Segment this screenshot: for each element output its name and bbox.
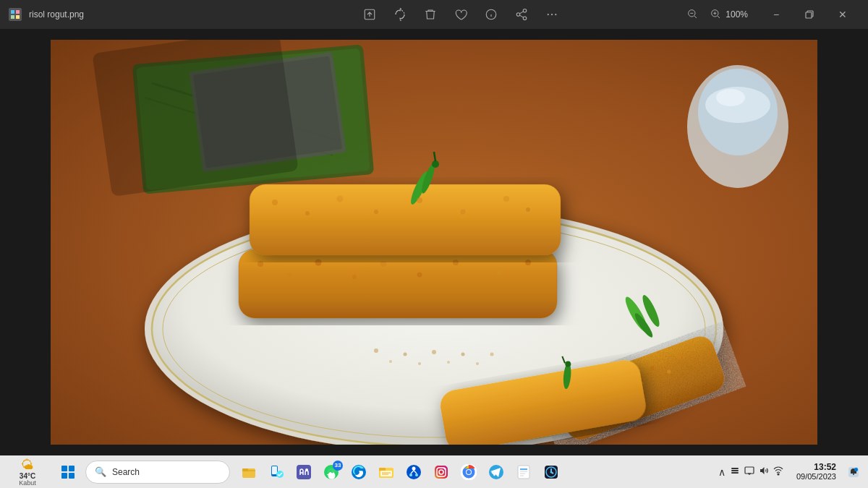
taskbar-app-instagram[interactable] xyxy=(428,459,454,485)
taskbar-app-phone-link[interactable] xyxy=(263,459,289,485)
app-icon xyxy=(9,8,22,21)
minimize-button[interactable]: − xyxy=(760,3,793,26)
svg-line-11 xyxy=(519,15,523,17)
whatsapp-badge: 33 xyxy=(333,461,343,471)
taskbar-app-teams[interactable] xyxy=(291,459,317,485)
taskbar-apps: 33 xyxy=(236,459,711,485)
export-icon[interactable] xyxy=(361,6,378,23)
svg-rect-23 xyxy=(806,12,812,18)
svg-point-73 xyxy=(272,200,278,205)
svg-point-76 xyxy=(374,210,378,214)
taskbar-app-klokki[interactable] xyxy=(538,459,564,485)
taskbar-app-chrome[interactable] xyxy=(456,459,482,485)
taskbar: 🌤 34°C Kabut 🔍 Search xyxy=(0,455,868,488)
svg-rect-124 xyxy=(518,466,529,479)
svg-point-111 xyxy=(409,474,412,476)
svg-point-74 xyxy=(305,211,310,215)
start-button[interactable] xyxy=(55,459,81,485)
taskbar-app-notepad[interactable] xyxy=(511,459,537,485)
svg-point-118 xyxy=(444,468,446,469)
svg-line-12 xyxy=(519,12,523,14)
svg-point-15 xyxy=(555,14,556,15)
svg-rect-56 xyxy=(239,249,557,318)
svg-point-59 xyxy=(287,273,292,277)
svg-point-79 xyxy=(503,196,509,202)
svg-rect-98 xyxy=(273,475,276,476)
zoom-in-icon[interactable] xyxy=(710,8,721,22)
taskbar-app-file-explorer[interactable] xyxy=(236,459,262,485)
svg-point-140 xyxy=(778,474,779,475)
svg-point-85 xyxy=(389,360,392,363)
svg-point-10 xyxy=(523,17,527,20)
svg-rect-106 xyxy=(380,471,392,476)
svg-point-110 xyxy=(412,466,416,470)
delete-icon[interactable] xyxy=(422,6,439,23)
search-bar[interactable]: 🔍 Search xyxy=(85,461,230,484)
svg-point-122 xyxy=(467,470,471,474)
tray-speaker-icon[interactable] xyxy=(759,466,769,478)
svg-point-64 xyxy=(453,260,459,265)
weather-desc: Kabut xyxy=(19,480,36,487)
tray-settings-icon[interactable] xyxy=(730,466,740,478)
svg-point-71 xyxy=(432,160,439,168)
taskbar-app-whatsapp[interactable]: 33 xyxy=(318,459,344,485)
photo-frame xyxy=(51,40,817,445)
svg-rect-97 xyxy=(272,466,277,474)
svg-rect-95 xyxy=(242,468,248,471)
svg-point-80 xyxy=(526,207,530,212)
notification-button[interactable] xyxy=(845,459,862,485)
tray-network-icon[interactable] xyxy=(773,466,783,478)
title-bar-left: risol rogut.png xyxy=(9,8,234,21)
taskbar-right: ∧ xyxy=(714,459,862,485)
food-image xyxy=(51,40,817,445)
share-icon[interactable] xyxy=(513,6,530,23)
close-button[interactable]: ✕ xyxy=(826,3,859,26)
svg-rect-137 xyxy=(745,467,754,474)
favorite-icon[interactable] xyxy=(452,6,469,23)
svg-point-61 xyxy=(352,275,357,279)
taskbar-app-edge[interactable] xyxy=(346,459,372,485)
svg-point-86 xyxy=(404,353,407,356)
svg-point-63 xyxy=(417,273,422,278)
svg-point-60 xyxy=(315,260,322,266)
maximize-button[interactable] xyxy=(793,3,826,26)
svg-point-90 xyxy=(461,353,465,356)
svg-rect-136 xyxy=(731,472,739,474)
clock-time: 13:52 xyxy=(814,462,836,472)
svg-point-58 xyxy=(258,261,263,267)
svg-rect-135 xyxy=(731,468,739,469)
more-icon[interactable] xyxy=(543,6,561,23)
taskbar-app-sourcetree[interactable] xyxy=(401,459,427,485)
tray-display-icon[interactable] xyxy=(744,466,754,478)
svg-point-14 xyxy=(551,14,553,15)
svg-point-91 xyxy=(476,362,479,365)
taskbar-clock[interactable]: 13:52 09/05/2023 xyxy=(791,462,842,482)
svg-point-35 xyxy=(716,89,745,106)
info-icon[interactable] xyxy=(482,6,500,23)
window-title: risol rogut.png xyxy=(29,9,84,20)
windows-logo xyxy=(61,466,75,479)
svg-rect-100 xyxy=(297,465,311,479)
svg-point-89 xyxy=(447,361,450,364)
svg-point-84 xyxy=(374,348,378,353)
zoom-out-icon[interactable] xyxy=(686,8,698,22)
taskbar-app-telegram[interactable] xyxy=(483,459,509,485)
weather-widget[interactable]: 🌤 34°C Kabut xyxy=(6,458,49,487)
rotate-icon[interactable] xyxy=(391,6,409,23)
svg-rect-105 xyxy=(379,468,386,471)
search-text: Search xyxy=(112,467,140,477)
svg-point-88 xyxy=(432,350,436,354)
svg-rect-0 xyxy=(11,10,14,14)
svg-point-65 xyxy=(497,270,501,275)
svg-rect-1 xyxy=(16,10,20,14)
weather-icon: 🌤 xyxy=(21,458,34,473)
svg-point-75 xyxy=(337,196,344,202)
taskbar-app-files[interactable] xyxy=(373,459,399,485)
svg-rect-67 xyxy=(250,184,561,255)
svg-rect-2 xyxy=(11,15,14,19)
toolbar xyxy=(234,6,686,23)
tray-chevron-icon[interactable]: ∧ xyxy=(718,466,726,478)
svg-point-8 xyxy=(523,9,527,13)
title-bar: risol rogut.png xyxy=(0,0,868,29)
svg-rect-3 xyxy=(16,15,20,19)
